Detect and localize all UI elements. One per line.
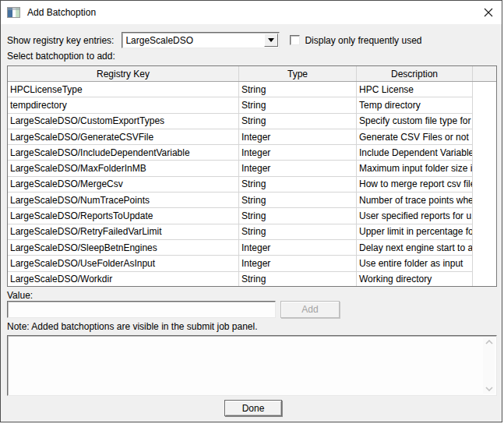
table-row[interactable]: LargeScaleDSO/RetryFailedVarLimitStringU… <box>8 224 496 240</box>
table-cell: Use entire folder as input <box>357 256 473 271</box>
app-icon <box>7 7 20 18</box>
table-row[interactable]: LargeScaleDSO/NumTracePointsStringNumber… <box>8 193 496 208</box>
table-cell: LargeScaleDSO/UseFolderAsInput <box>8 256 239 271</box>
select-batchoption-label: Select batchoption to add: <box>7 51 115 62</box>
row-gutter <box>473 272 496 287</box>
table-cell: String <box>239 193 357 208</box>
chevron-down-icon <box>268 38 274 42</box>
table-cell: LargeScaleDSO/NumTracePoints <box>8 193 239 208</box>
frequently-used-checkbox[interactable] <box>290 35 300 45</box>
table-cell: String <box>239 177 357 193</box>
table-cell: Delay next engine start to a... <box>357 240 473 256</box>
table-cell: Integer <box>239 161 357 176</box>
table-row[interactable]: LargeScaleDSO/ReportsToUpdateStringUser … <box>8 208 496 224</box>
table-cell: LargeScaleDSO/Workdir <box>8 272 239 287</box>
row-gutter <box>473 129 496 145</box>
registry-entries-label: Show registry key entries: <box>7 35 114 46</box>
table-cell: Temp directory <box>357 97 473 113</box>
column-header[interactable]: Type <box>239 66 357 81</box>
table-cell: How to merge report csv files <box>357 177 473 193</box>
table-cell: Maximum input folder size in... <box>357 161 473 176</box>
row-gutter <box>473 114 496 129</box>
row-gutter <box>473 82 496 97</box>
note-scrollbar[interactable] <box>483 337 495 394</box>
table-cell: LargeScaleDSO/RetryFailedVarLimit <box>8 224 239 240</box>
table-cell: tempdirectory <box>8 97 239 113</box>
batchoption-table: Registry KeyTypeDescription HPCLicenseTy… <box>7 65 497 287</box>
table-cell: Number of trace points whe... <box>357 193 473 208</box>
row-gutter <box>473 97 496 113</box>
row-gutter <box>473 240 496 256</box>
scroll-up-icon[interactable] <box>485 340 493 344</box>
table-header: Registry KeyTypeDescription <box>8 66 496 82</box>
note-label: Note: Added batchoptions are visible in … <box>7 321 258 332</box>
row-gutter <box>473 224 496 240</box>
table-row[interactable]: LargeScaleDSO/CustomExportTypesStringSpe… <box>8 114 496 129</box>
table-cell: Integer <box>239 240 357 256</box>
table-row[interactable]: LargeScaleDSO/IncludeDependentVariableIn… <box>8 145 496 161</box>
column-header-gutter <box>473 66 496 81</box>
add-button[interactable]: Add <box>280 301 340 318</box>
table-cell: Upper limit in percentage fo... <box>357 224 473 240</box>
filter-row: Show registry key entries: LargeScaleDSO… <box>7 32 421 48</box>
column-header[interactable]: Description <box>357 66 473 81</box>
table-row[interactable]: LargeScaleDSO/MergeCsvStringHow to merge… <box>8 177 496 193</box>
table-body: HPCLicenseTypeStringHPC Licensetempdirec… <box>8 82 496 287</box>
table-cell: LargeScaleDSO/SleepBetnEngines <box>8 240 239 256</box>
row-gutter <box>473 256 496 271</box>
dropdown-button[interactable] <box>264 34 278 47</box>
row-gutter <box>473 145 496 161</box>
table-row[interactable]: LargeScaleDSO/MaxFolderInMBIntegerMaximu… <box>8 161 496 176</box>
row-gutter <box>473 177 496 193</box>
column-header[interactable]: Registry Key <box>8 66 239 81</box>
table-cell: String <box>239 97 357 113</box>
table-cell: String <box>239 224 357 240</box>
table-cell: LargeScaleDSO/MergeCsv <box>8 177 239 193</box>
table-cell: Integer <box>239 145 357 161</box>
table-cell: Generate CSV Files or not <box>357 129 473 145</box>
table-cell: String <box>239 208 357 224</box>
table-cell: User specified reports for u... <box>357 208 473 224</box>
done-button[interactable]: Done <box>224 400 282 416</box>
value-input[interactable] <box>7 301 276 318</box>
table-row[interactable]: LargeScaleDSO/SleepBetnEnginesIntegerDel… <box>8 240 496 256</box>
table-cell: Include Dependent Variable ... <box>357 145 473 161</box>
table-cell: HPCLicenseType <box>8 82 239 97</box>
table-cell: String <box>239 272 357 287</box>
table-cell: Integer <box>239 256 357 271</box>
close-icon <box>484 8 493 17</box>
added-batchoptions-panel[interactable] <box>7 335 497 396</box>
table-row[interactable]: LargeScaleDSO/WorkdirStringWorking direc… <box>8 272 496 287</box>
value-label: Value: <box>7 290 33 301</box>
table-cell: LargeScaleDSO/IncludeDependentVariable <box>8 145 239 161</box>
table-row[interactable]: HPCLicenseTypeStringHPC License <box>8 82 496 97</box>
close-button[interactable] <box>475 1 502 24</box>
frequently-used-label: Display only frequently used <box>305 35 421 46</box>
row-gutter <box>473 161 496 176</box>
table-cell: LargeScaleDSO/GenerateCSVFile <box>8 129 239 145</box>
table-row[interactable]: LargeScaleDSO/GenerateCSVFileIntegerGene… <box>8 129 496 145</box>
scroll-down-icon[interactable] <box>485 387 493 391</box>
table-cell: Working directory <box>357 272 473 287</box>
table-cell: Integer <box>239 129 357 145</box>
dialog-title: Add Batchoption <box>27 7 96 18</box>
table-cell: Specify custom file type for ... <box>357 114 473 129</box>
row-gutter <box>473 208 496 224</box>
row-gutter <box>473 193 496 208</box>
add-batchoption-dialog: Add Batchoption Show registry key entrie… <box>0 0 502 422</box>
table-cell: LargeScaleDSO/ReportsToUpdate <box>8 208 239 224</box>
registry-key-dropdown[interactable]: LargeScaleDSO <box>122 32 280 48</box>
title-bar: Add Batchoption <box>1 1 502 24</box>
table-cell: HPC License <box>357 82 473 97</box>
frequently-used-checkbox-group[interactable]: Display only frequently used <box>290 35 421 46</box>
table-cell: String <box>239 114 357 129</box>
table-cell: LargeScaleDSO/CustomExportTypes <box>8 114 239 129</box>
table-cell: String <box>239 82 357 97</box>
table-cell: LargeScaleDSO/MaxFolderInMB <box>8 161 239 176</box>
table-row[interactable]: tempdirectoryStringTemp directory <box>8 97 496 113</box>
dropdown-selected-value: LargeScaleDSO <box>122 35 264 46</box>
table-row[interactable]: LargeScaleDSO/UseFolderAsInputIntegerUse… <box>8 256 496 271</box>
